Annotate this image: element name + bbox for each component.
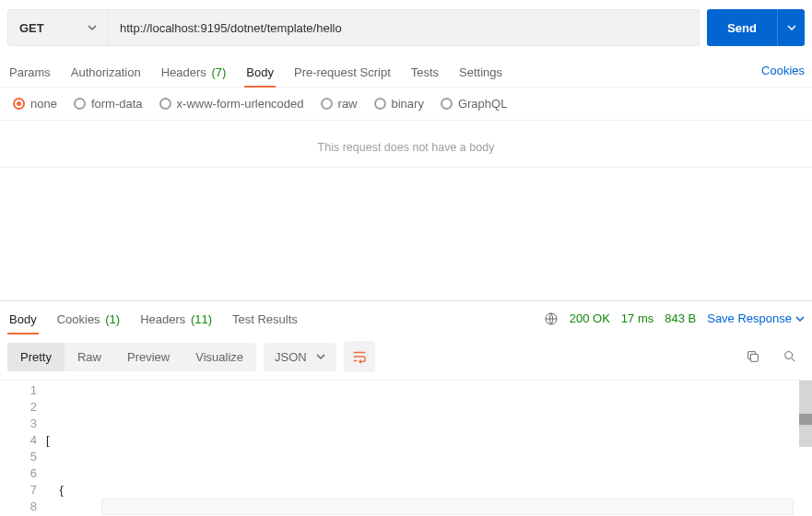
body-type-xwww-label: x-www-form-urlencoded xyxy=(177,97,304,111)
view-pretty[interactable]: Pretty xyxy=(7,343,65,371)
response-body-editor[interactable]: 1 2 3 4 5 6 7 8 9 10 [ { "date": "2022-0… xyxy=(0,381,812,516)
resp-tab-headers[interactable]: Headers (11) xyxy=(138,309,214,334)
time-meta: 17 ms xyxy=(621,311,653,325)
tab-tests[interactable]: Tests xyxy=(409,61,441,87)
cookies-link[interactable]: Cookies xyxy=(761,64,805,85)
body-type-none-label: none xyxy=(30,97,57,111)
search-icon[interactable] xyxy=(783,349,797,364)
chevron-down-icon xyxy=(316,352,325,361)
method-value: GET xyxy=(19,21,44,35)
scrollbar[interactable] xyxy=(799,381,812,516)
radio-icon xyxy=(74,98,86,110)
view-visualize[interactable]: Visualize xyxy=(182,343,256,371)
size-value: 843 B xyxy=(665,311,696,325)
method-select[interactable]: GET xyxy=(7,9,109,46)
body-type-formdata[interactable]: form-data xyxy=(74,97,143,111)
tab-params[interactable]: Params xyxy=(7,61,53,87)
globe-icon[interactable] xyxy=(544,311,559,326)
code-content: [ { "date": "2022-07-02T16:12:09.171123+… xyxy=(46,381,812,516)
wrap-icon xyxy=(351,348,368,365)
send-button-group[interactable]: Send xyxy=(707,9,805,46)
tab-body[interactable]: Body xyxy=(244,61,276,87)
resp-tab-cookies-label: Cookies xyxy=(57,312,100,326)
body-empty-area xyxy=(0,168,812,301)
save-response-button[interactable]: Save Response xyxy=(707,311,805,325)
time-value: 17 ms xyxy=(621,311,653,325)
url-input[interactable] xyxy=(109,9,700,46)
body-type-raw[interactable]: raw xyxy=(321,97,358,111)
copy-icon[interactable] xyxy=(746,349,760,364)
send-button[interactable]: Send xyxy=(707,9,777,46)
body-type-binary[interactable]: binary xyxy=(374,97,424,111)
scroll-thumb[interactable] xyxy=(799,414,812,425)
chevron-down-icon xyxy=(795,314,805,323)
view-mode-group: Pretty Raw Preview Visualize xyxy=(7,343,256,371)
body-type-formdata-label: form-data xyxy=(91,97,143,111)
radio-icon xyxy=(159,98,171,110)
resp-tab-cookies[interactable]: Cookies (1) xyxy=(55,309,122,334)
view-preview[interactable]: Preview xyxy=(114,343,182,371)
send-dropdown[interactable] xyxy=(777,9,805,46)
body-type-raw-label: raw xyxy=(338,97,358,111)
svg-rect-1 xyxy=(750,354,758,361)
line-number-gutter: 1 2 3 4 5 6 7 8 9 10 xyxy=(0,381,46,516)
resp-tab-cookies-count: (1) xyxy=(105,312,120,326)
tab-settings[interactable]: Settings xyxy=(457,61,504,87)
radio-icon xyxy=(441,98,453,110)
tab-headers-label: Headers xyxy=(161,65,206,79)
body-empty-message: This request does not have a body xyxy=(0,120,812,168)
tab-headers[interactable]: Headers (7) xyxy=(159,61,229,87)
body-type-graphql[interactable]: GraphQL xyxy=(441,97,507,111)
size-meta: 843 B xyxy=(665,311,696,325)
radio-icon xyxy=(374,98,386,110)
line-highlight xyxy=(101,498,794,515)
body-type-none[interactable]: none xyxy=(13,97,57,111)
resp-tab-headers-label: Headers xyxy=(140,312,185,326)
body-type-graphql-label: GraphQL xyxy=(458,97,507,111)
view-raw[interactable]: Raw xyxy=(65,343,114,371)
radio-icon xyxy=(13,98,25,110)
radio-icon xyxy=(321,98,333,110)
save-response-label: Save Response xyxy=(707,311,792,325)
body-type-binary-label: binary xyxy=(392,97,424,111)
svg-point-2 xyxy=(785,352,793,359)
chevron-down-icon xyxy=(88,23,97,32)
tab-authorization[interactable]: Authorization xyxy=(69,61,143,87)
wrap-lines-button[interactable] xyxy=(344,341,375,372)
resp-tab-headers-count: (11) xyxy=(191,312,212,326)
format-select[interactable]: JSON xyxy=(264,343,336,371)
body-type-xwww[interactable]: x-www-form-urlencoded xyxy=(159,97,304,111)
status-meta: 200 OK xyxy=(570,311,610,325)
resp-tab-tests[interactable]: Test Results xyxy=(230,309,300,334)
status-value: 200 OK xyxy=(570,311,610,325)
tab-prerequest[interactable]: Pre-request Script xyxy=(292,61,393,87)
resp-tab-body[interactable]: Body xyxy=(7,309,39,334)
chevron-down-icon xyxy=(787,23,796,32)
format-value: JSON xyxy=(275,350,307,364)
tab-headers-count: (7) xyxy=(211,65,226,79)
